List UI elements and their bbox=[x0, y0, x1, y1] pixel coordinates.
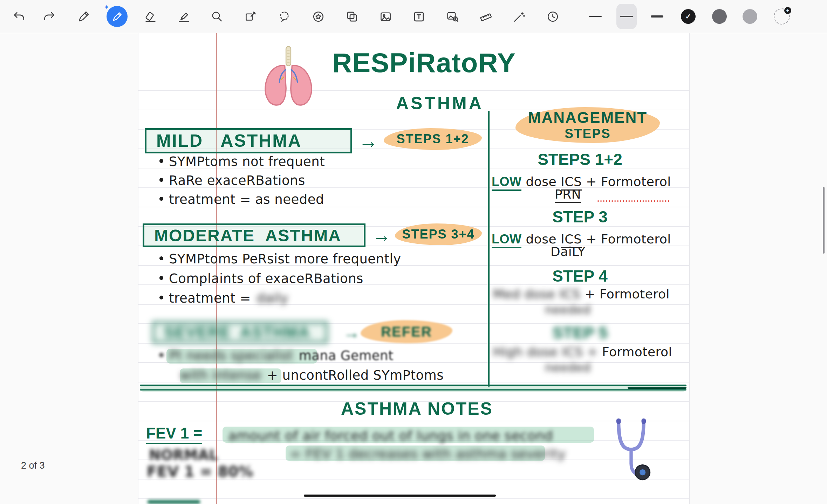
step4-blurred-lead: Med dose ICS bbox=[493, 287, 580, 301]
mild-bullet-1: SYMPtoms not frequent bbox=[159, 154, 325, 169]
thickness-thick-button[interactable] bbox=[648, 7, 667, 26]
moderate-arrow: → bbox=[373, 225, 391, 246]
text-icon bbox=[412, 10, 425, 23]
lungs-illustration bbox=[258, 45, 319, 112]
bullet-text-blurred: with intense bbox=[180, 368, 261, 383]
management-heading-line2: STEPS bbox=[565, 126, 610, 141]
bottom-black-line bbox=[304, 495, 496, 497]
moderate-bullet-1: SYMPtoms PeRsist more frequently bbox=[159, 251, 401, 267]
fountain-pen-tool[interactable] bbox=[74, 7, 93, 26]
text-tool[interactable] bbox=[409, 7, 428, 26]
severe-bullet-1: Pt needs specialist mana Gement bbox=[159, 348, 394, 363]
formoterol-word: + Formoterol bbox=[586, 232, 671, 246]
highlighter-icon bbox=[177, 10, 190, 23]
bullet-text: SYMPtoms PeRsist more frequently bbox=[169, 251, 401, 267]
canvas-area: RESPiRatoRY ASTHMA MILD ASTHMA → STEPS 1… bbox=[0, 33, 827, 504]
bullet-dot bbox=[159, 256, 163, 260]
check-icon: ✓ bbox=[685, 12, 691, 21]
bullet-text: treatment = as needed bbox=[169, 192, 324, 207]
dose-word: dose bbox=[526, 174, 556, 189]
ruler-tool[interactable] bbox=[476, 7, 495, 26]
ballpoint-pen-tool-selected[interactable]: ✦ bbox=[107, 6, 128, 27]
eraser-icon bbox=[144, 10, 157, 23]
bullet-dot bbox=[159, 353, 163, 357]
bullet-text: + uncontRolled SYmPtoms bbox=[267, 368, 444, 383]
bullet-dot bbox=[159, 159, 163, 163]
highlighter-tool[interactable] bbox=[174, 7, 193, 26]
normal-label-blurred: NORMAL bbox=[149, 447, 218, 463]
step4-title: STEP 4 bbox=[503, 267, 657, 285]
asthma-notes-heading: ASTHMA NOTES bbox=[312, 399, 522, 419]
low-underlined: LOW bbox=[492, 174, 521, 191]
lightgray-swatch-icon bbox=[743, 9, 757, 24]
black-swatch-icon: ✓ bbox=[681, 9, 696, 24]
shape-icon bbox=[244, 10, 257, 23]
stethoscope-illustration bbox=[607, 417, 656, 495]
fev-value-blurred: FEV 1 = 80% bbox=[147, 463, 253, 480]
bullet-text: treatment = bbox=[169, 291, 251, 306]
color-swatch-lightgray[interactable] bbox=[740, 7, 759, 26]
ballpoint-pen-icon bbox=[111, 10, 124, 23]
note-card-tool[interactable] bbox=[342, 7, 361, 26]
laser-pointer-tool[interactable] bbox=[510, 7, 528, 26]
sticker-tool[interactable] bbox=[309, 7, 328, 26]
management-heading-blob: MANAGEMENT STEPS bbox=[515, 107, 660, 143]
mild-asthma-heading: MILD ASTHMA bbox=[156, 131, 302, 151]
color-swatch-darkgray[interactable] bbox=[710, 7, 729, 26]
severe-tag-blob: REFER bbox=[361, 320, 452, 343]
bullet-dot bbox=[159, 296, 163, 299]
timer-tool[interactable] bbox=[543, 7, 562, 26]
image-tool[interactable] bbox=[376, 7, 395, 26]
step5-line: High dose ICS + Formoterol bbox=[493, 345, 672, 359]
formoterol-word: + Formoterol bbox=[586, 174, 671, 189]
bullet-text: RaRe exaceRBations bbox=[169, 173, 305, 188]
steps12-frequency: PRN bbox=[555, 187, 581, 201]
note-subtitle: ASTHMA bbox=[396, 93, 484, 113]
bullet-text-blurred: daily bbox=[257, 291, 288, 306]
add-color-button[interactable]: + bbox=[772, 7, 791, 26]
moderate-asthma-box: MODERATE ASTHMA bbox=[143, 223, 365, 247]
moderate-asthma-heading: MODERATE ASTHMA bbox=[154, 226, 341, 245]
moderate-bullet-3: treatment = daily bbox=[159, 291, 288, 306]
margin-line bbox=[216, 33, 217, 504]
bullet-dot bbox=[159, 178, 163, 182]
redo-button[interactable] bbox=[40, 7, 59, 26]
step4-line: Med dose ICS + Formoterol bbox=[493, 287, 670, 301]
mild-asthma-box: MILD ASTHMA bbox=[145, 128, 352, 153]
fountain-pen-icon bbox=[77, 10, 90, 23]
step3-title: STEP 3 bbox=[503, 207, 657, 226]
mild-arrow: → bbox=[358, 130, 378, 152]
bullet-text: Complaints of exaceRBations bbox=[169, 271, 363, 286]
thickness-medium-button-selected[interactable] bbox=[616, 4, 637, 29]
zoom-tool[interactable] bbox=[207, 7, 226, 26]
image-search-tool[interactable] bbox=[443, 7, 462, 26]
medium-line-icon bbox=[620, 16, 633, 18]
toolbar: ✦ bbox=[0, 0, 827, 33]
note-page[interactable]: RESPiRatoRY ASTHMA MILD ASTHMA → STEPS 1… bbox=[138, 33, 690, 504]
bullet-text: mana Gement bbox=[299, 348, 394, 363]
dose-word: dose bbox=[526, 232, 556, 246]
undo-button[interactable] bbox=[9, 7, 28, 26]
low-underlined: LOW bbox=[492, 232, 521, 248]
timer-icon bbox=[546, 10, 559, 23]
darkgray-swatch-icon bbox=[712, 9, 727, 24]
vertical-divider bbox=[488, 111, 490, 387]
severe-arrow: → bbox=[343, 323, 360, 342]
note-title: RESPiRatoRY bbox=[332, 47, 516, 79]
shape-tool[interactable] bbox=[241, 7, 260, 26]
thick-line-icon bbox=[651, 15, 663, 18]
sticker-star-icon bbox=[312, 10, 325, 23]
undo-icon bbox=[13, 10, 26, 23]
fev-line2-blurred: = FEV 1 decreases with asthma severity bbox=[290, 446, 566, 462]
eraser-tool[interactable] bbox=[141, 7, 160, 26]
severe-bullet-2: with intense + uncontRolled SYmPtoms bbox=[180, 368, 444, 383]
step5-blurred-lead: High dose ICS + bbox=[493, 345, 598, 359]
note-card-icon bbox=[346, 10, 358, 23]
mild-tag-label: STEPS 1+2 bbox=[396, 132, 469, 146]
step4-clear-tail: + Formoterol bbox=[585, 287, 670, 301]
color-swatch-black-selected[interactable]: ✓ bbox=[679, 7, 698, 26]
scrollbar-thumb[interactable] bbox=[823, 187, 825, 254]
thickness-thin-button[interactable] bbox=[586, 7, 605, 26]
add-color-icon: + bbox=[774, 8, 790, 25]
lasso-tool[interactable] bbox=[275, 7, 294, 26]
